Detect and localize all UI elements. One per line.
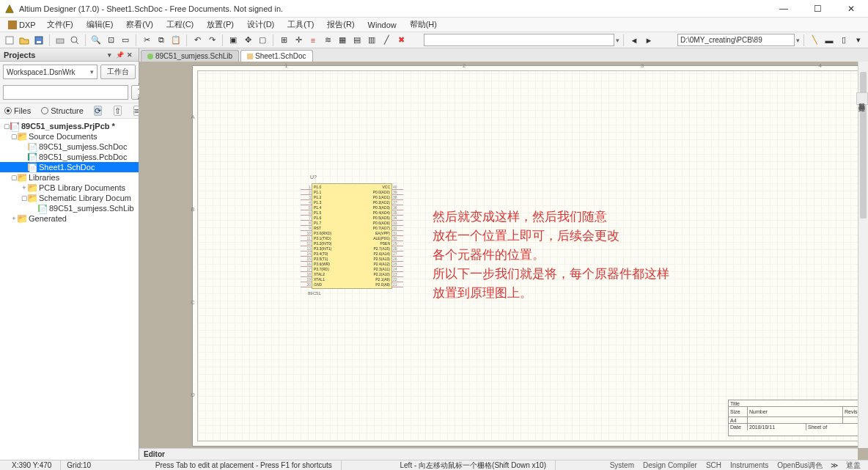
zoom-fit-icon[interactable]: ⊡ (104, 34, 117, 47)
open-icon[interactable] (18, 34, 31, 47)
editor-area: 89C51_sumjess.SchLib Sheet1.SchDoc 1 2 3… (139, 48, 868, 460)
path-dropdown-icon[interactable]: ▾ (796, 37, 800, 44)
delete-icon[interactable]: ✖ (394, 34, 408, 47)
cross-icon[interactable]: ✛ (292, 34, 305, 47)
titlebar: Altium Designer (17.0) - Sheet1.SchDoc -… (0, 0, 868, 18)
tree-source-docs[interactable]: ▢📁Source Documents (0, 131, 139, 142)
refresh-icon[interactable]: ⟳ (94, 106, 102, 116)
cut-icon[interactable]: ✂ (140, 34, 153, 47)
dxp-menu[interactable]: DXP (4, 20, 40, 30)
sheet-icon[interactable]: ▦ (336, 34, 349, 47)
tree-libraries[interactable]: ▢📁Libraries (0, 172, 139, 183)
net-icon[interactable]: ≋ (321, 34, 334, 47)
deselect-icon[interactable]: ▢ (256, 34, 269, 47)
panel-pin-icon[interactable]: 📌 (114, 51, 125, 59)
editor-tab[interactable]: Editor (139, 450, 169, 458)
toolbar: 🔍 ⊡ ▭ ✂ ⧉ 📋 ↶ ↷ ▣ ✥ ▢ ⊞ ✛ ≡ ≋ ▦ ▤ ▥ ╱ ✖ … (0, 32, 868, 48)
status-grid: Grid:10 (61, 461, 97, 469)
save-icon[interactable] (32, 34, 45, 47)
zoom-in-icon[interactable]: 🔍 (89, 34, 103, 47)
panel-close-icon[interactable]: ✕ (125, 51, 135, 59)
projects-panel: Projects ▾ 📌 ✕ Workspace1.DsnWrk▾ 工作台 工程… (0, 48, 139, 460)
window-title: Altium Designer (17.0) - Sheet1.SchDoc -… (19, 4, 767, 13)
app-icon (4, 4, 15, 14)
chip-part: 89C51 (308, 291, 321, 295)
menu-design[interactable]: 设计(D) (241, 18, 280, 31)
nav-back-icon[interactable]: ◄ (628, 34, 641, 47)
port-icon[interactable]: ▥ (365, 34, 378, 47)
close-button[interactable]: ✕ (834, 0, 868, 18)
status-coord: X:390 Y:470 (3, 460, 61, 470)
tree-root[interactable]: ▢📄89C51_sumjess.PrjPcb * (0, 121, 139, 131)
status-tab-instr[interactable]: Instruments (726, 461, 773, 469)
status-tab-openbus[interactable]: OpenBus调色 (773, 460, 827, 471)
select-icon[interactable]: ▣ (227, 34, 240, 47)
tree-schlib-folder[interactable]: ▢📁Schematic Library Docum (0, 193, 139, 203)
status-tab-design[interactable]: Design Compiler (639, 461, 702, 469)
place-bus-icon[interactable]: ▬ (823, 34, 836, 47)
tree-doc-sheet1[interactable]: 📄Sheet1.SchDoc (0, 162, 139, 172)
sheet-inner[interactable]: U? 1234567891011121314151617181920 40393… (197, 70, 868, 441)
menu-view[interactable]: 察看(V) (120, 18, 159, 31)
menu-tools[interactable]: 工具(T) (282, 18, 320, 31)
overlay-annotation: 然后就变成这样，然后我们随意 放在一个位置上即可，后续会更改 各个元器件的位置。… (433, 208, 669, 303)
status-mask[interactable]: 遮盖 (842, 460, 865, 471)
chip-component[interactable]: 1234567891011121314151617181920 40393837… (312, 183, 392, 289)
undo-icon[interactable]: ↶ (191, 34, 204, 47)
worktable-button[interactable]: 工作台 (100, 65, 136, 79)
maximize-button[interactable]: ☐ (801, 0, 834, 18)
sheet[interactable]: 1 2 3 4 A B C D U? 123456789101112131415… (192, 65, 868, 447)
menu-file[interactable]: 文件(F) (41, 18, 79, 31)
tab-sheet1[interactable]: Sheet1.SchDoc (240, 50, 313, 62)
tab-schlib[interactable]: 89C51_sumjess.SchLib (141, 50, 239, 62)
panel-menu-icon[interactable]: ▾ (104, 51, 114, 59)
copy-icon[interactable]: ⧉ (155, 34, 168, 47)
workspace-combo[interactable]: Workspace1.DsnWrk▾ (3, 65, 98, 79)
paste-icon[interactable]: 📋 (169, 34, 183, 47)
structure-radio[interactable]: Structure (41, 106, 84, 115)
project-tree[interactable]: ▢📄89C51_sumjess.PrjPcb * ▢📁Source Docume… (0, 119, 139, 460)
scrollbar-vertical[interactable] (858, 62, 868, 448)
side-tabs[interactable]: 剪贴板 偏好 (856, 92, 868, 105)
move-icon[interactable]: ✥ (241, 34, 254, 47)
tree-pcblib[interactable]: +📁PCB Library Documents (0, 183, 139, 193)
search-input[interactable] (424, 34, 614, 46)
zoom-select-icon[interactable]: ▭ (119, 34, 132, 47)
minimize-button[interactable]: — (767, 0, 801, 18)
tree-schlib-file[interactable]: 📄89C51_sumjess.SchLib (0, 203, 139, 213)
tree-doc-pcb[interactable]: 📄89C51_sumjess.PcbDoc (0, 152, 139, 162)
group-icon[interactable]: ⊞ (277, 34, 290, 47)
redo-icon[interactable]: ↷ (205, 34, 218, 47)
place-more-icon[interactable]: ▾ (852, 34, 865, 47)
menu-window[interactable]: Window (362, 20, 402, 30)
path-box[interactable]: D:\0MY_creating\PCB\89 (677, 34, 795, 46)
menu-report[interactable]: 报告(R) (321, 18, 360, 31)
files-radio[interactable]: Files (4, 106, 31, 115)
part-icon[interactable]: ▤ (350, 34, 364, 47)
place-part-icon[interactable]: ▯ (837, 34, 850, 47)
place-wire-icon[interactable]: ╲ (808, 34, 821, 47)
status-left-hint: Left - 向左移动鼠标一个栅格(Shift Down x10) (391, 460, 555, 470)
search-dropdown-icon[interactable]: ▾ (616, 37, 619, 44)
nav-fwd-icon[interactable]: ► (642, 34, 655, 47)
menu-edit[interactable]: 编辑(E) (81, 18, 119, 31)
project-input[interactable] (3, 85, 128, 100)
status-tab-sch[interactable]: SCH (702, 461, 726, 469)
new-icon[interactable] (3, 34, 16, 47)
menubar: DXP 文件(F) 编辑(E) 察看(V) 工程(C) 放置(P) 设计(D) … (0, 18, 868, 32)
doc-tabs: 89C51_sumjess.SchLib Sheet1.SchDoc (139, 48, 868, 62)
menu-place[interactable]: 放置(P) (201, 18, 240, 31)
tree-doc-sch[interactable]: 📄89C51_sumjess.SchDoc (0, 142, 139, 152)
svg-rect-5 (56, 39, 64, 43)
tree-generated[interactable]: +📁Generated (0, 213, 139, 224)
menu-project[interactable]: 工程(C) (161, 18, 199, 31)
up-icon[interactable]: ⇧ (114, 106, 122, 116)
preview-icon[interactable] (68, 34, 81, 47)
menu-help[interactable]: 帮助(H) (404, 18, 443, 31)
status-tab-system[interactable]: System (606, 461, 639, 469)
sheet-container[interactable]: 1 2 3 4 A B C D U? 123456789101112131415… (139, 62, 868, 460)
bus-icon[interactable]: ≡ (306, 34, 320, 47)
ruler-top: 1 2 3 4 (197, 62, 868, 70)
wire-icon[interactable]: ╱ (380, 34, 393, 47)
print-icon[interactable] (54, 34, 67, 47)
